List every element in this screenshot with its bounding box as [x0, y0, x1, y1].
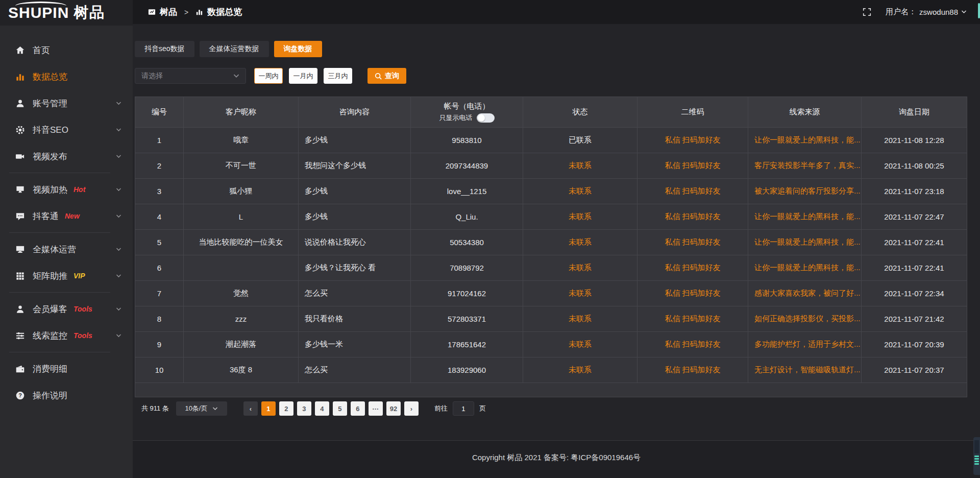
sidebar-item-video-publish[interactable]: 视频发布	[0, 143, 133, 170]
help-icon: ?	[15, 391, 25, 400]
cell-content: 说说价格让我死心	[299, 230, 411, 255]
sidebar-item-consumption-details[interactable]: 消费明细	[0, 355, 133, 382]
page-button-2[interactable]: 2	[279, 401, 293, 416]
chevron-down-icon	[116, 334, 121, 338]
ellipsis-page-button[interactable]: ···	[369, 401, 383, 416]
sidebar-item-home[interactable]: 首页	[0, 37, 133, 63]
table-body: 1 哦章 多少钱 9583810 已联系 私信 扫码加好友 让你一眼就爱上的黑科…	[135, 128, 967, 383]
home-icon	[15, 45, 25, 55]
chevron-down-icon	[116, 274, 121, 278]
table-row: 10 36度 8 怎么买 183929060 未联系 私信 扫码加好友 无主灯设…	[135, 357, 967, 383]
phone-only-toggle[interactable]	[477, 113, 495, 123]
page-button-92[interactable]: 92	[386, 401, 401, 416]
tab-douyin-seo-data[interactable]: 抖音seo数据	[135, 41, 194, 57]
cell-no: 4	[135, 204, 184, 230]
sidebar-item-member-baoke[interactable]: 会员爆客 Tools	[0, 296, 133, 322]
sidebar-item-account-management[interactable]: 账号管理	[0, 90, 133, 116]
cell-lead-source-link[interactable]: 如何正确选择投影仪，买投影...	[748, 306, 862, 332]
widget-bar	[974, 458, 979, 460]
cell-qrcode-link[interactable]: 私信 扫码加好友	[638, 332, 748, 357]
period-quarter-button[interactable]: 三月内	[324, 68, 352, 84]
cell-lead-source-link[interactable]: 让你一眼就爱上的黑科技，能...	[748, 128, 862, 153]
cell-lead-source-link[interactable]: 让你一眼就爱上的黑科技，能...	[748, 230, 862, 255]
page-size-select[interactable]: 10条/页	[176, 401, 227, 416]
period-month-button[interactable]: 一月内	[289, 68, 317, 84]
screen-icon	[15, 185, 25, 195]
scrollbar-thumb[interactable]	[978, 3, 980, 18]
prev-page-button[interactable]: ‹	[243, 401, 258, 416]
next-page-button[interactable]: ›	[404, 401, 419, 416]
goto-page-input[interactable]	[453, 401, 474, 416]
sidebar-item-lead-monitoring[interactable]: 线索监控 Tools	[0, 322, 133, 349]
cell-inquiry-date: 2021-11-08 12:28	[862, 128, 967, 153]
tab-omnimedia-operation-data[interactable]: 全媒体运营数据	[200, 41, 269, 57]
cell-lead-source-link[interactable]: 多功能护栏灯，适用于乡村文...	[748, 332, 862, 357]
floating-chat-widget[interactable]	[973, 437, 980, 475]
cell-lead-source-link[interactable]: 客厅安装投影半年多了，真实...	[748, 153, 862, 179]
sidebar-item-matrix-boost[interactable]: 矩阵助推 VIP	[0, 262, 133, 289]
cell-no: 3	[135, 179, 184, 204]
cell-qrcode-link[interactable]: 私信 扫码加好友	[638, 230, 748, 255]
sidebar-item-label: 数据总览	[33, 71, 67, 83]
user-icon	[15, 99, 25, 108]
cell-nickname: 不可一世	[184, 153, 299, 179]
total-count: 共 911 条	[141, 404, 169, 413]
widget-bar	[974, 461, 979, 462]
sidebar-item-doukertong[interactable]: 抖客通 New	[0, 203, 133, 229]
tools-badge: Tools	[74, 331, 92, 340]
sidebar-item-label: 操作说明	[33, 390, 67, 401]
cell-qrcode-link[interactable]: 私信 扫码加好友	[638, 204, 748, 230]
cell-nickname: 哦章	[184, 128, 299, 153]
cell-nickname: 36度 8	[184, 357, 299, 383]
breadcrumb-root[interactable]: 树品	[160, 6, 177, 18]
cell-qrcode-link[interactable]: 私信 扫码加好友	[638, 128, 748, 153]
filter-select[interactable]: 请选择	[135, 68, 246, 84]
cell-qrcode-link[interactable]: 私信 扫码加好友	[638, 179, 748, 204]
sidebar-item-data-overview[interactable]: 数据总览	[0, 63, 133, 90]
cell-no: 7	[135, 281, 184, 306]
table-row: 4 L 多少钱 Q_Liu. 未联系 私信 扫码加好友 让你一眼就爱上的黑科技，…	[135, 204, 967, 230]
sidebar-item-label: 账号管理	[33, 98, 67, 109]
column-header-no: 编号	[135, 97, 184, 128]
search-button[interactable]: 查询	[368, 68, 406, 84]
chat-bubble-icon	[15, 211, 25, 221]
sidebar-item-douyin-seo[interactable]: 抖音SEO	[0, 116, 133, 143]
logo-text-cn: 树品	[74, 3, 105, 23]
page-button-3[interactable]: 3	[297, 401, 311, 416]
user-menu[interactable]: 用户名：zswodun88	[886, 7, 967, 17]
cell-lead-source-link[interactable]: 让你一眼就爱上的黑科技，能...	[748, 204, 862, 230]
sidebar-item-video-heating[interactable]: 视频加热 Hot	[0, 176, 133, 203]
cell-lead-source-link[interactable]: 感谢大家喜欢我家，被问了好...	[748, 281, 862, 306]
cell-account: 2097344839	[411, 153, 523, 179]
cell-qrcode-link[interactable]: 私信 扫码加好友	[638, 153, 748, 179]
cell-qrcode-link[interactable]: 私信 扫码加好友	[638, 357, 748, 383]
cell-no: 5	[135, 230, 184, 255]
sidebar-item-omnimedia-operation[interactable]: 全媒体运营	[0, 236, 133, 262]
cell-qrcode-link[interactable]: 私信 扫码加好友	[638, 281, 748, 306]
svg-text:?: ?	[18, 392, 22, 398]
cell-lead-source-link[interactable]: 无主灯设计，智能磁吸轨道灯...	[748, 357, 862, 383]
cell-qrcode-link[interactable]: 私信 扫码加好友	[638, 306, 748, 332]
goto-suffix: 页	[479, 404, 486, 413]
goto-page: 前往 页	[434, 401, 486, 416]
sidebar-item-operation-guide[interactable]: ? 操作说明	[0, 382, 133, 409]
page-button-5[interactable]: 5	[333, 401, 347, 416]
fullscreen-icon[interactable]	[863, 8, 871, 16]
page-button-4[interactable]: 4	[315, 401, 329, 416]
cell-lead-source-link[interactable]: 让你一眼就爱上的黑科技，能...	[748, 255, 862, 281]
select-placeholder: 请选择	[141, 71, 163, 81]
chevron-down-icon	[116, 102, 121, 105]
cell-lead-source-link[interactable]: 被大家追着问的客厅投影分享...	[748, 179, 862, 204]
tab-inquiry-data[interactable]: 询盘数据	[274, 41, 322, 57]
cell-account: Q_Liu.	[411, 204, 523, 230]
cell-no: 6	[135, 255, 184, 281]
cell-status: 未联系	[523, 306, 638, 332]
period-week-button[interactable]: 一周内	[254, 68, 283, 84]
page-button-1[interactable]: 1	[261, 401, 276, 416]
cell-account: 50534380	[411, 230, 523, 255]
cell-inquiry-date: 2021-11-07 20:39	[862, 332, 967, 357]
cell-status: 未联系	[523, 357, 638, 383]
page-button-6[interactable]: 6	[351, 401, 365, 416]
table-row: 8 zzz 我只看价格 572803371 未联系 私信 扫码加好友 如何正确选…	[135, 306, 967, 332]
cell-qrcode-link[interactable]: 私信 扫码加好友	[638, 255, 748, 281]
